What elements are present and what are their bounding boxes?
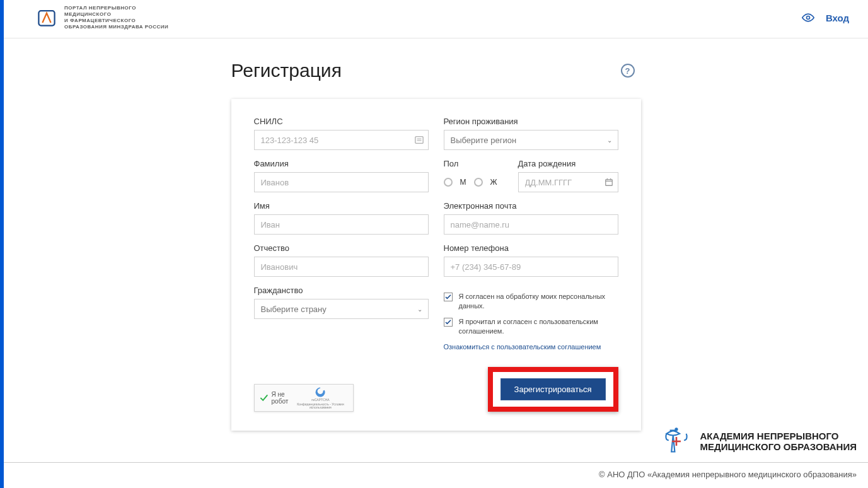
citizenship-label: Гражданство xyxy=(254,286,429,295)
snils-input[interactable] xyxy=(254,130,429,150)
captcha-text: Я не робот xyxy=(272,391,289,405)
checkmark-icon xyxy=(445,320,451,325)
region-label: Регион проживания xyxy=(444,117,618,126)
firstname-input[interactable] xyxy=(254,214,429,235)
recaptcha-logo-icon xyxy=(315,386,326,398)
footer-text-line2: МЕДИЦИНСКОГО ОБРАЗОВАНИЯ xyxy=(700,441,857,452)
brand-logo-icon xyxy=(35,6,58,29)
svg-rect-2 xyxy=(415,137,422,144)
gender-female-label: Ж xyxy=(490,178,497,187)
footer-brand: АКАДЕМИЯ НЕПРЕРЫВНОГО МЕДИЦИНСКОГО ОБРАЗ… xyxy=(660,425,857,458)
eye-icon[interactable] xyxy=(802,11,814,24)
registration-card: СНИЛС Фамилия Имя xyxy=(231,99,641,431)
copyright-text: © АНО ДПО «Академия непрерывного медицин… xyxy=(599,470,857,479)
brand-text-line4: ОБРАЗОВАНИЯ МИНЗДРАВА РОССИИ xyxy=(64,24,168,30)
brand-text-line1: ПОРТАЛ НЕПРЕРЫВНОГО xyxy=(64,5,168,11)
brand-text-line3: И ФАРМАЦЕВТИЧЕСКОГО xyxy=(64,18,168,24)
svg-point-1 xyxy=(806,16,809,20)
submit-button[interactable]: Зарегистрироваться xyxy=(501,378,606,400)
gender-female-radio[interactable] xyxy=(474,178,483,187)
login-link[interactable]: Вход xyxy=(826,13,849,23)
consent-agreement-checkbox[interactable] xyxy=(444,318,453,327)
birthdate-label: Дата рождения xyxy=(518,159,618,168)
birthdate-input[interactable] xyxy=(518,172,618,192)
captcha-check-icon xyxy=(260,393,268,403)
footer-text-line1: АКАДЕМИЯ НЕПРЕРЫВНОГО xyxy=(700,431,857,441)
gender-label: Пол xyxy=(444,159,507,168)
brand-text-line2: МЕДИЦИНСКОГО xyxy=(64,11,168,18)
lastname-label: Фамилия xyxy=(254,159,429,168)
snils-label: СНИЛС xyxy=(254,117,429,126)
phone-label: Номер телефона xyxy=(444,243,618,253)
help-icon[interactable]: ? xyxy=(621,64,635,78)
captcha-brand: reCAPTCHA xyxy=(311,398,329,402)
captcha-terms: Конфиденциальность - Условия использован… xyxy=(292,403,349,410)
citizenship-select[interactable] xyxy=(254,299,429,319)
gender-male-label: М xyxy=(460,178,466,187)
email-label: Электронная почта xyxy=(444,201,618,211)
consent-personal-checkbox[interactable] xyxy=(444,293,453,301)
recaptcha-widget[interactable]: Я не робот reCAPTCHA Конфиденциальность … xyxy=(254,384,354,412)
footer-divider xyxy=(4,462,868,463)
svg-rect-5 xyxy=(605,180,612,186)
calendar-icon xyxy=(605,178,613,187)
id-card-icon xyxy=(415,136,424,144)
submit-highlight-box: Зарегистрироваться xyxy=(488,367,618,412)
left-accent-stripe xyxy=(0,0,4,488)
consent-agreement-text: Я прочитал и согласен с пользовательским… xyxy=(459,317,618,336)
email-input[interactable] xyxy=(444,214,618,235)
lastname-input[interactable] xyxy=(254,172,429,192)
checkmark-icon xyxy=(445,294,451,299)
page-title: Регистрация xyxy=(231,60,342,81)
top-bar: ПОРТАЛ НЕПРЕРЫВНОГО МЕДИЦИНСКОГО И ФАРМА… xyxy=(4,0,868,38)
patronymic-label: Отчество xyxy=(254,243,429,253)
phone-input[interactable] xyxy=(444,257,618,277)
gender-male-radio[interactable] xyxy=(444,178,453,187)
firstname-label: Имя xyxy=(254,201,429,211)
footer-emblem-icon xyxy=(660,425,693,458)
region-select[interactable] xyxy=(444,130,618,150)
svg-point-9 xyxy=(674,427,678,431)
consent-personal-text: Я согласен на обработку моих персональны… xyxy=(459,292,618,311)
agreement-link[interactable]: Ознакомиться с пользовательским соглашен… xyxy=(444,343,618,351)
brand: ПОРТАЛ НЕПРЕРЫВНОГО МЕДИЦИНСКОГО И ФАРМА… xyxy=(35,5,168,30)
patronymic-input[interactable] xyxy=(254,257,429,277)
